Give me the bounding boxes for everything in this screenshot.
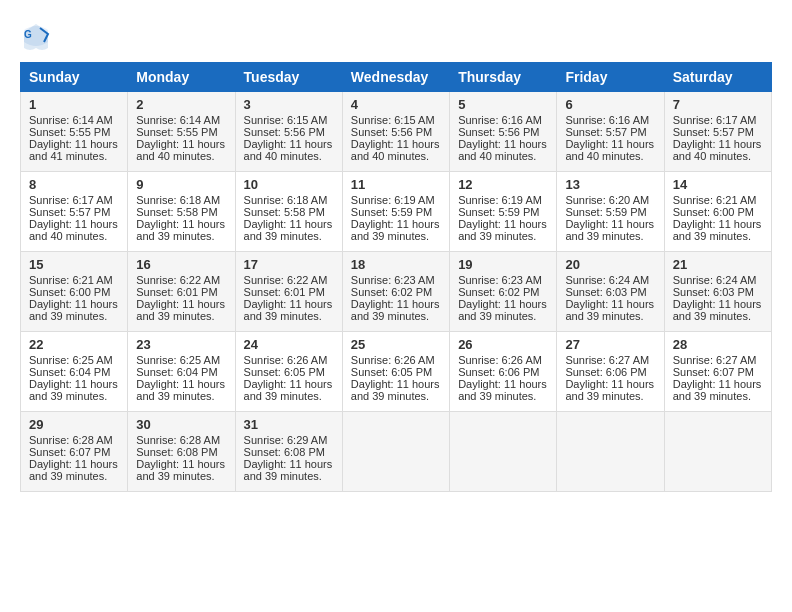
daylight: Daylight: 11 hours and 39 minutes. — [244, 378, 333, 402]
calendar-cell: 25Sunrise: 6:26 AMSunset: 6:05 PMDayligh… — [342, 332, 449, 412]
sunrise: Sunrise: 6:15 AM — [244, 114, 328, 126]
calendar-cell: 30Sunrise: 6:28 AMSunset: 6:08 PMDayligh… — [128, 412, 235, 492]
calendar-cell: 21Sunrise: 6:24 AMSunset: 6:03 PMDayligh… — [664, 252, 771, 332]
sunrise: Sunrise: 6:14 AM — [29, 114, 113, 126]
daylight: Daylight: 11 hours and 39 minutes. — [565, 378, 654, 402]
weekday-header: Monday — [128, 63, 235, 92]
calendar-table: SundayMondayTuesdayWednesdayThursdayFrid… — [20, 62, 772, 492]
sunrise: Sunrise: 6:25 AM — [29, 354, 113, 366]
sunrise: Sunrise: 6:28 AM — [136, 434, 220, 446]
day-number: 14 — [673, 177, 763, 192]
weekday-header: Wednesday — [342, 63, 449, 92]
daylight: Daylight: 11 hours and 41 minutes. — [29, 138, 118, 162]
daylight: Daylight: 11 hours and 40 minutes. — [351, 138, 440, 162]
calendar-cell: 11Sunrise: 6:19 AMSunset: 5:59 PMDayligh… — [342, 172, 449, 252]
calendar-cell: 16Sunrise: 6:22 AMSunset: 6:01 PMDayligh… — [128, 252, 235, 332]
sunset: Sunset: 6:04 PM — [29, 366, 110, 378]
calendar-cell: 27Sunrise: 6:27 AMSunset: 6:06 PMDayligh… — [557, 332, 664, 412]
calendar-cell: 20Sunrise: 6:24 AMSunset: 6:03 PMDayligh… — [557, 252, 664, 332]
sunrise: Sunrise: 6:21 AM — [673, 194, 757, 206]
day-number: 2 — [136, 97, 226, 112]
calendar-cell: 12Sunrise: 6:19 AMSunset: 5:59 PMDayligh… — [450, 172, 557, 252]
calendar-week-row: 1Sunrise: 6:14 AMSunset: 5:55 PMDaylight… — [21, 92, 772, 172]
day-number: 21 — [673, 257, 763, 272]
sunset: Sunset: 6:05 PM — [244, 366, 325, 378]
sunset: Sunset: 6:02 PM — [351, 286, 432, 298]
daylight: Daylight: 11 hours and 39 minutes. — [351, 218, 440, 242]
calendar-cell: 9Sunrise: 6:18 AMSunset: 5:58 PMDaylight… — [128, 172, 235, 252]
daylight: Daylight: 11 hours and 39 minutes. — [244, 298, 333, 322]
day-number: 29 — [29, 417, 119, 432]
daylight: Daylight: 11 hours and 39 minutes. — [136, 458, 225, 482]
daylight: Daylight: 11 hours and 39 minutes. — [673, 298, 762, 322]
day-number: 9 — [136, 177, 226, 192]
sunrise: Sunrise: 6:17 AM — [673, 114, 757, 126]
sunrise: Sunrise: 6:16 AM — [458, 114, 542, 126]
daylight: Daylight: 11 hours and 40 minutes. — [29, 218, 118, 242]
daylight: Daylight: 11 hours and 39 minutes. — [458, 378, 547, 402]
calendar-cell: 31Sunrise: 6:29 AMSunset: 6:08 PMDayligh… — [235, 412, 342, 492]
sunset: Sunset: 5:57 PM — [29, 206, 110, 218]
calendar-cell: 26Sunrise: 6:26 AMSunset: 6:06 PMDayligh… — [450, 332, 557, 412]
sunset: Sunset: 6:00 PM — [29, 286, 110, 298]
sunset: Sunset: 5:57 PM — [673, 126, 754, 138]
sunset: Sunset: 6:07 PM — [29, 446, 110, 458]
weekday-header-row: SundayMondayTuesdayWednesdayThursdayFrid… — [21, 63, 772, 92]
calendar-cell: 2Sunrise: 6:14 AMSunset: 5:55 PMDaylight… — [128, 92, 235, 172]
day-number: 19 — [458, 257, 548, 272]
daylight: Daylight: 11 hours and 39 minutes. — [565, 218, 654, 242]
daylight: Daylight: 11 hours and 39 minutes. — [673, 218, 762, 242]
calendar-cell: 10Sunrise: 6:18 AMSunset: 5:58 PMDayligh… — [235, 172, 342, 252]
calendar-cell: 28Sunrise: 6:27 AMSunset: 6:07 PMDayligh… — [664, 332, 771, 412]
calendar-cell: 5Sunrise: 6:16 AMSunset: 5:56 PMDaylight… — [450, 92, 557, 172]
sunset: Sunset: 6:03 PM — [673, 286, 754, 298]
day-number: 15 — [29, 257, 119, 272]
sunrise: Sunrise: 6:16 AM — [565, 114, 649, 126]
sunset: Sunset: 5:59 PM — [565, 206, 646, 218]
daylight: Daylight: 11 hours and 39 minutes. — [458, 218, 547, 242]
sunrise: Sunrise: 6:29 AM — [244, 434, 328, 446]
daylight: Daylight: 11 hours and 39 minutes. — [244, 458, 333, 482]
sunset: Sunset: 5:55 PM — [136, 126, 217, 138]
calendar-cell: 7Sunrise: 6:17 AMSunset: 5:57 PMDaylight… — [664, 92, 771, 172]
calendar-cell: 13Sunrise: 6:20 AMSunset: 5:59 PMDayligh… — [557, 172, 664, 252]
daylight: Daylight: 11 hours and 40 minutes. — [458, 138, 547, 162]
day-number: 26 — [458, 337, 548, 352]
sunset: Sunset: 6:07 PM — [673, 366, 754, 378]
sunset: Sunset: 6:08 PM — [244, 446, 325, 458]
day-number: 30 — [136, 417, 226, 432]
sunrise: Sunrise: 6:15 AM — [351, 114, 435, 126]
sunrise: Sunrise: 6:23 AM — [351, 274, 435, 286]
weekday-header: Tuesday — [235, 63, 342, 92]
day-number: 11 — [351, 177, 441, 192]
daylight: Daylight: 11 hours and 39 minutes. — [351, 298, 440, 322]
sunset: Sunset: 6:03 PM — [565, 286, 646, 298]
sunrise: Sunrise: 6:27 AM — [673, 354, 757, 366]
calendar-cell — [342, 412, 449, 492]
sunset: Sunset: 5:58 PM — [244, 206, 325, 218]
daylight: Daylight: 11 hours and 39 minutes. — [136, 298, 225, 322]
daylight: Daylight: 11 hours and 39 minutes. — [29, 458, 118, 482]
sunrise: Sunrise: 6:24 AM — [673, 274, 757, 286]
sunset: Sunset: 6:01 PM — [244, 286, 325, 298]
day-number: 6 — [565, 97, 655, 112]
sunrise: Sunrise: 6:21 AM — [29, 274, 113, 286]
page-header: G — [20, 20, 772, 52]
day-number: 4 — [351, 97, 441, 112]
day-number: 24 — [244, 337, 334, 352]
daylight: Daylight: 11 hours and 39 minutes. — [136, 218, 225, 242]
day-number: 12 — [458, 177, 548, 192]
sunrise: Sunrise: 6:26 AM — [458, 354, 542, 366]
sunrise: Sunrise: 6:14 AM — [136, 114, 220, 126]
weekday-header: Thursday — [450, 63, 557, 92]
calendar-week-row: 22Sunrise: 6:25 AMSunset: 6:04 PMDayligh… — [21, 332, 772, 412]
sunset: Sunset: 6:08 PM — [136, 446, 217, 458]
sunrise: Sunrise: 6:26 AM — [244, 354, 328, 366]
daylight: Daylight: 11 hours and 40 minutes. — [244, 138, 333, 162]
day-number: 31 — [244, 417, 334, 432]
day-number: 25 — [351, 337, 441, 352]
calendar-week-row: 8Sunrise: 6:17 AMSunset: 5:57 PMDaylight… — [21, 172, 772, 252]
calendar-cell: 4Sunrise: 6:15 AMSunset: 5:56 PMDaylight… — [342, 92, 449, 172]
sunset: Sunset: 6:04 PM — [136, 366, 217, 378]
sunrise: Sunrise: 6:23 AM — [458, 274, 542, 286]
